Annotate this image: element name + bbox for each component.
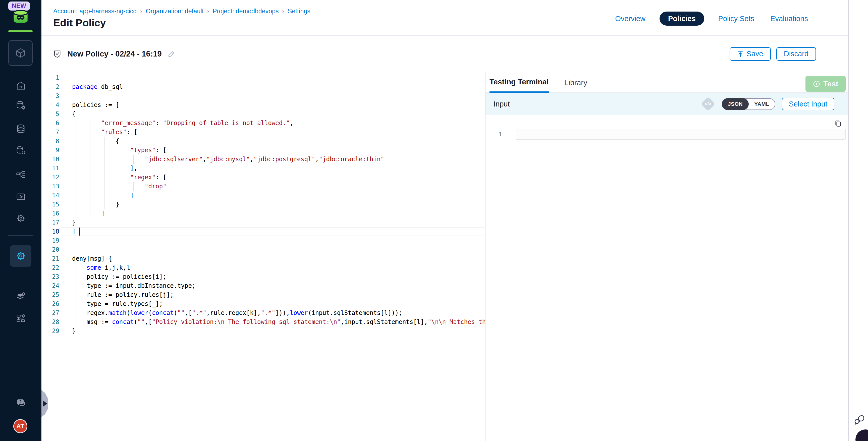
code-line-10[interactable]: 10 "jdbc:sqlserver","jdbc:mysql","jdbc:p… <box>41 155 485 164</box>
breadcrumb-link[interactable]: Settings <box>288 7 310 14</box>
page-title: Edit Policy <box>53 17 106 29</box>
line-number: 17 <box>41 218 59 227</box>
code-line-20[interactable]: 20 <box>41 245 485 254</box>
chat-bubbles-icon[interactable] <box>853 413 865 425</box>
line-number: 29 <box>41 326 59 336</box>
code-line-12[interactable]: 12 "regex": [ <box>41 173 485 182</box>
code-text: "error_message": "Dropping of table is n… <box>59 119 293 128</box>
sidebar-item-infrastructure-settings[interactable] <box>0 313 41 323</box>
indent-guide <box>104 137 105 146</box>
code-line-21[interactable]: 21deny[msg] { <box>41 254 485 263</box>
code-line-15[interactable]: 15 } <box>41 200 485 209</box>
indent-guide <box>119 191 119 200</box>
breadcrumb-link[interactable]: Project: demodbdevops <box>213 7 279 14</box>
save-button[interactable]: Save <box>730 47 771 61</box>
code-line-14[interactable]: 14 ] <box>41 191 485 200</box>
policy-name: New Policy - 02/24 - 16:19 <box>67 50 162 59</box>
harness-database-logo-icon[interactable] <box>12 9 29 26</box>
select-input-button[interactable]: Select Input <box>782 98 834 110</box>
chevron-right-icon <box>43 401 47 407</box>
line-number: 19 <box>41 236 59 245</box>
code-line-27[interactable]: 27 regex.match(lower(concat("",[".*",rul… <box>41 308 485 317</box>
indent-guide <box>75 155 76 164</box>
sidebar-divider-green <box>8 30 33 32</box>
breadcrumb-link[interactable]: Organization: default <box>146 7 204 14</box>
code-line-13[interactable]: 13 "drop" <box>41 182 485 191</box>
copy-icon[interactable] <box>834 120 842 128</box>
code-text <box>59 236 72 245</box>
code-line-28[interactable]: 28 msg := concat("",["Policy violation:\… <box>41 317 485 326</box>
input-editor[interactable]: 1 <box>486 115 848 165</box>
sidebar-item-databases[interactable] <box>0 124 41 134</box>
code-line-6[interactable]: 6 "error_message": "Dropping of table is… <box>41 119 485 128</box>
module-selector[interactable] <box>8 40 33 66</box>
code-line-22[interactable]: 22 some i,j,k,l <box>41 263 485 272</box>
sidebar-item-settings[interactable] <box>0 213 41 223</box>
format-toggle-yaml[interactable]: YAML <box>749 101 775 107</box>
code-line-2[interactable]: 2package db_sql <box>41 83 485 91</box>
code-line-18[interactable]: 18] <box>41 227 485 236</box>
line-number: 3 <box>41 91 59 100</box>
code-text: "types": [ <box>59 146 166 155</box>
code-line-3[interactable]: 3 <box>41 91 485 100</box>
input-line-field[interactable] <box>516 129 846 139</box>
edit-pencil-icon[interactable] <box>167 50 175 58</box>
test-button[interactable]: Test <box>805 76 846 92</box>
code-text: ], <box>59 164 137 173</box>
sidebar-item-executions[interactable] <box>0 191 41 202</box>
code-line-29[interactable]: 29} <box>41 326 485 336</box>
discard-button[interactable]: Discard <box>776 47 816 61</box>
indent-guide <box>75 300 76 308</box>
tab-overview[interactable]: Overview <box>613 14 648 23</box>
tab-policy-sets[interactable]: Policy Sets <box>716 14 756 23</box>
input-line-1[interactable]: 1 <box>486 129 848 139</box>
code-line-4[interactable]: 4policies := [ <box>41 100 485 109</box>
sidebar-item-layers-settings[interactable] <box>0 291 41 302</box>
avatar-initials: AT <box>16 423 24 430</box>
save-button-label: Save <box>747 50 763 58</box>
tab-policies[interactable]: Policies <box>659 11 704 26</box>
code-line-16[interactable]: 16 ] <box>41 209 485 218</box>
sidebar-item-database-apps[interactable] <box>0 145 41 156</box>
breadcrumb-link[interactable]: Account: app-harness-ng-cicd <box>53 7 136 14</box>
sidebar-divider <box>8 382 33 382</box>
code-line-24[interactable]: 24 type := input.dbInstance.type; <box>41 281 485 290</box>
tab-library[interactable]: Library <box>564 78 587 87</box>
indent-guide <box>75 281 76 290</box>
corner-chat-blob[interactable] <box>856 430 868 441</box>
format-toggle-json[interactable]: JSON <box>722 98 749 110</box>
indent-guide <box>104 155 105 164</box>
gear-icon-active <box>15 250 27 262</box>
sidebar-item-pipelines[interactable] <box>0 170 41 180</box>
breadcrumb-separator: › <box>282 8 284 14</box>
code-format-icon[interactable]: </> <box>701 97 715 111</box>
svg-text:?: ? <box>19 400 21 404</box>
sidebar-item-home[interactable] <box>0 81 41 91</box>
cube-icon <box>15 47 26 59</box>
code-line-19[interactable]: 19 <box>41 236 485 245</box>
code-line-26[interactable]: 26 type = rule.types[_]; <box>41 300 485 308</box>
format-toggle: JSON YAML <box>722 98 775 110</box>
tab-testing-terminal[interactable]: Testing Terminal <box>490 72 549 93</box>
code-line-9[interactable]: 9 "types": [ <box>41 146 485 155</box>
code-text: policies := [ <box>59 100 119 109</box>
code-line-1[interactable]: 1 <box>41 73 485 83</box>
code-line-25[interactable]: 25 rule := policy.rules[j]; <box>41 290 485 300</box>
code-line-11[interactable]: 11 ], <box>41 164 485 173</box>
code-text: rule := policy.rules[j]; <box>59 290 174 300</box>
code-line-8[interactable]: 8 { <box>41 137 485 146</box>
code-line-17[interactable]: 17} <box>41 218 485 227</box>
code-line-7[interactable]: 7 "rules": [ <box>41 128 485 137</box>
tab-evaluations[interactable]: Evaluations <box>768 14 810 23</box>
code-text: { <box>59 137 119 146</box>
sidebar-item-help[interactable]: ? <box>0 397 41 408</box>
testing-panel: Testing Terminal Library Test Input </> … <box>485 72 848 441</box>
indent-guide <box>75 191 76 200</box>
sidebar-item-policies-active[interactable] <box>10 245 31 267</box>
code-line-23[interactable]: 23 policy := policies[i]; <box>41 272 485 281</box>
breadcrumb-separator: › <box>140 8 142 14</box>
sidebar-item-database-settings[interactable] <box>0 100 41 111</box>
policy-code-editor[interactable]: 12package db_sql34policies := [5{6 "erro… <box>41 72 485 441</box>
avatar[interactable]: AT <box>13 419 27 433</box>
code-line-5[interactable]: 5{ <box>41 109 485 119</box>
